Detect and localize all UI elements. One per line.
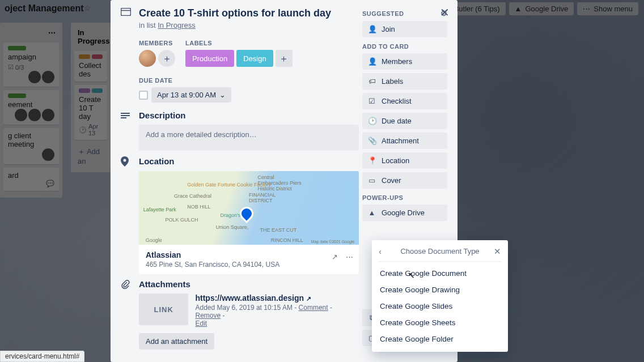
- card-icon: [121, 7, 133, 16]
- description-input[interactable]: Add a more detailed description…: [139, 125, 359, 151]
- cover-icon: ▭: [368, 176, 376, 185]
- due-date-button[interactable]: 🕑Due date: [362, 113, 447, 129]
- svg-rect-0: [121, 8, 131, 16]
- attachments-heading: Attachments: [139, 279, 190, 289]
- create-google-folder[interactable]: Create Google Folder: [372, 331, 508, 347]
- labels-button[interactable]: 🏷Labels: [362, 73, 447, 90]
- user-icon: 👤: [368, 25, 376, 33]
- attachment-title: https://www.atlassian.design: [195, 293, 304, 303]
- labels-heading: LABELS: [185, 40, 293, 46]
- label-chip-design[interactable]: Design: [236, 50, 273, 67]
- checklist-icon: ☑: [368, 97, 376, 105]
- cover-button[interactable]: ▭Cover: [362, 172, 447, 189]
- in-list-text: in list In Progress: [139, 21, 359, 29]
- location-map[interactable]: NOB HILL POLK GULCH FINANCIAL DISTRICT U…: [139, 171, 359, 274]
- cursor-icon: ↖: [408, 271, 415, 280]
- clock-icon: 🕑: [368, 117, 376, 125]
- popup-title: Choose Document Type: [400, 247, 479, 255]
- user-icon: 👤: [368, 57, 376, 66]
- attachment-icon: [121, 279, 133, 289]
- attachment-item[interactable]: LINK https://www.atlassian.design↗ Added…: [139, 293, 359, 327]
- members-block: MEMBERS ＋: [139, 40, 175, 67]
- description-heading: Description: [139, 110, 186, 120]
- members-heading: MEMBERS: [139, 40, 175, 46]
- add-attachment-button[interactable]: Add an attachment: [139, 333, 214, 350]
- location-address: 465 Pine St, San Francisco, CA 94104, US…: [146, 261, 352, 269]
- card-title[interactable]: Create 10 T-shirt options for launch day: [139, 7, 331, 20]
- location-name: Atlassian: [146, 250, 352, 259]
- due-date-button[interactable]: Apr 13 at 9:00 AM⌄: [151, 87, 231, 103]
- attachment-thumb: LINK: [139, 293, 188, 325]
- checklist-button[interactable]: ☑Checklist: [362, 93, 447, 109]
- create-google-sheets[interactable]: Create Google Sheets: [372, 314, 508, 331]
- external-link-icon: ↗: [306, 295, 311, 302]
- document-type-popup: ‹ Choose Document Type ✕ Create Google D…: [372, 240, 508, 352]
- add-label-button[interactable]: ＋: [276, 50, 293, 67]
- join-button[interactable]: 👤Join: [362, 21, 447, 37]
- members-button[interactable]: 👤Members: [362, 53, 447, 70]
- map-menu-icon[interactable]: ⋯: [346, 253, 353, 261]
- pin-icon: 📍: [368, 156, 376, 165]
- back-icon[interactable]: ‹: [379, 246, 382, 256]
- due-checkbox[interactable]: [139, 91, 148, 100]
- gdrive-icon: ▲: [368, 208, 376, 217]
- location-button[interactable]: 📍Location: [362, 152, 447, 169]
- svg-point-5: [124, 159, 126, 162]
- due-date-heading: DUE DATE: [139, 77, 231, 84]
- powerups-heading: POWER-UPS: [362, 194, 447, 201]
- close-icon[interactable]: ✕: [494, 246, 501, 257]
- status-bar: ervices/card-menu.html#: [0, 351, 84, 362]
- due-date-block: DUE DATE Apr 13 at 9:00 AM⌄: [139, 77, 231, 103]
- attachment-icon: 📎: [368, 137, 376, 145]
- chevron-down-icon: ⌄: [219, 91, 226, 99]
- suggested-heading: SUGGESTED: [362, 10, 404, 17]
- location-heading: Location: [139, 156, 175, 166]
- label-chip-production[interactable]: Production: [185, 50, 234, 67]
- create-google-drawing[interactable]: Create Google Drawing: [372, 282, 508, 298]
- attachment-button[interactable]: 📎Attachment: [362, 133, 447, 149]
- attachment-remove-link[interactable]: Remove: [195, 312, 221, 320]
- add-to-card-heading: ADD TO CARD: [362, 43, 447, 50]
- in-list-link[interactable]: In Progress: [158, 21, 195, 29]
- location-icon: [121, 155, 133, 167]
- open-map-icon[interactable]: ↗: [332, 253, 338, 261]
- add-member-button[interactable]: ＋: [158, 50, 175, 67]
- close-icon[interactable]: ✕: [440, 6, 450, 19]
- member-avatar[interactable]: [139, 50, 156, 67]
- attachment-comment-link[interactable]: Comment: [299, 304, 328, 312]
- create-google-document[interactable]: Create Google Document: [372, 265, 508, 282]
- labels-block: LABELS Production Design ＋: [185, 40, 293, 67]
- attachment-edit-link[interactable]: Edit: [195, 320, 207, 327]
- tag-icon: 🏷: [368, 77, 376, 86]
- description-icon: [121, 112, 133, 120]
- create-google-slides[interactable]: Create Google Slides: [372, 298, 508, 314]
- google-drive-button[interactable]: ▲Google Drive: [362, 205, 447, 221]
